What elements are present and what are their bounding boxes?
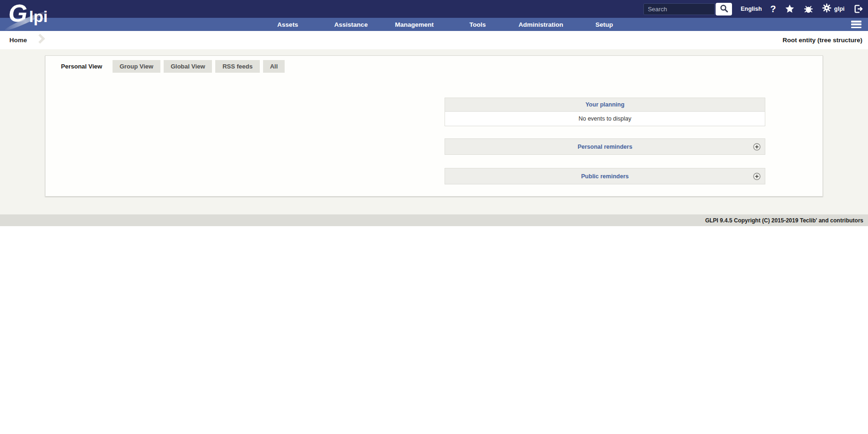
global-search xyxy=(643,3,732,15)
tab-group-view[interactable]: Group View xyxy=(113,60,160,73)
main-menu: Assets Assistance Management Tools Admin… xyxy=(256,18,636,31)
glpi-home-page: English ? xyxy=(0,0,868,434)
top-bar-right-group: English ? xyxy=(643,0,863,18)
personal-reminders-header: Personal reminders xyxy=(445,138,765,155)
personal-reminders-title-link[interactable]: Personal reminders xyxy=(578,144,633,150)
public-reminders-title-link[interactable]: Public reminders xyxy=(581,173,628,180)
glpi-logo-lpi: lpi xyxy=(29,8,48,26)
menu-item-assets[interactable]: Assets xyxy=(256,18,319,31)
view-tabs: Personal View Group View Global View RSS… xyxy=(54,60,285,73)
menu-item-tools[interactable]: Tools xyxy=(446,18,509,31)
entity-selector[interactable]: Root entity (tree structure) xyxy=(783,31,862,49)
breadcrumb-home-link[interactable]: Home xyxy=(9,31,27,49)
menu-item-management[interactable]: Management xyxy=(383,18,446,31)
main-menu-bar: Assets Assistance Management Tools Admin… xyxy=(0,18,868,31)
language-selector[interactable]: English xyxy=(740,6,762,12)
tab-rss-feeds[interactable]: RSS feeds xyxy=(215,60,259,73)
search-button[interactable] xyxy=(716,3,732,15)
add-public-reminder-button[interactable] xyxy=(753,173,761,180)
bug-icon[interactable] xyxy=(803,4,814,14)
search-icon xyxy=(720,4,728,14)
menu-item-setup[interactable]: Setup xyxy=(573,18,636,31)
username-label: glpi xyxy=(834,6,845,12)
planning-title-link[interactable]: Your planning xyxy=(585,101,624,108)
public-reminders-header: Public reminders xyxy=(445,168,765,184)
hamburger-menu-icon[interactable] xyxy=(851,21,861,28)
search-input[interactable] xyxy=(643,3,715,15)
help-icon[interactable]: ? xyxy=(770,4,776,14)
glpi-logo[interactable]: G lpi xyxy=(5,1,61,30)
breadcrumb-chevron-icon xyxy=(35,34,45,44)
menu-item-administration[interactable]: Administration xyxy=(509,18,573,31)
public-reminders-panel: Public reminders xyxy=(445,168,765,184)
gear-icon xyxy=(822,3,831,15)
tab-all[interactable]: All xyxy=(263,60,285,73)
user-menu[interactable]: glpi xyxy=(822,3,845,15)
tab-personal-view[interactable]: Personal View xyxy=(54,60,109,73)
breadcrumb-bar: Home Root entity (tree structure) xyxy=(0,31,868,49)
star-icon[interactable] xyxy=(785,4,795,14)
logout-icon[interactable] xyxy=(853,4,863,14)
footer-bar: GLPI 9.4.5 Copyright (C) 2015-2019 Tecli… xyxy=(0,214,868,226)
dashboard-card: Personal View Group View Global View RSS… xyxy=(45,55,823,197)
tab-global-view[interactable]: Global View xyxy=(164,60,212,73)
personal-reminders-panel: Personal reminders xyxy=(445,138,765,155)
planning-panel: Your planning No events to display xyxy=(445,98,765,126)
add-personal-reminder-button[interactable] xyxy=(753,143,761,151)
planning-panel-header: Your planning xyxy=(445,98,765,112)
main-content-area: Personal View Group View Global View RSS… xyxy=(0,49,868,214)
top-bar: English ? xyxy=(0,0,868,18)
planning-empty-message: No events to display xyxy=(445,112,765,126)
copyright-text: GLPI 9.4.5 Copyright (C) 2015-2019 Tecli… xyxy=(705,217,863,224)
menu-item-assistance[interactable]: Assistance xyxy=(319,18,383,31)
